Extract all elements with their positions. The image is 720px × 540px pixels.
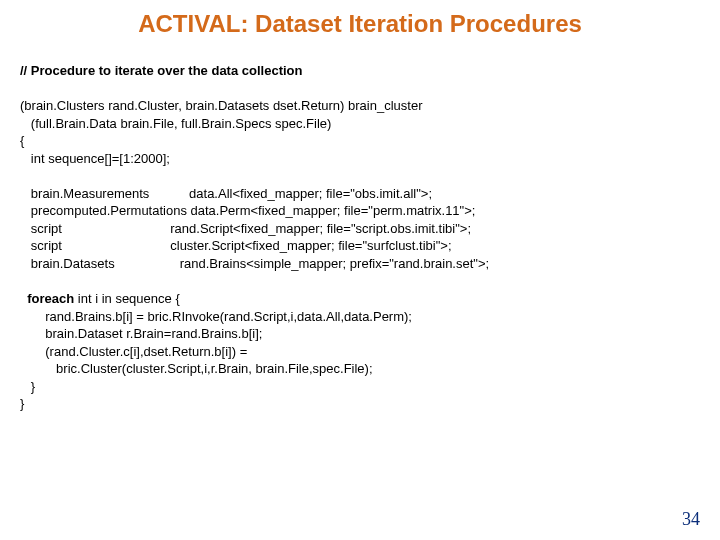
code-line-l3: (rand.Cluster.c[i],dset.Return.b[i]) = bbox=[20, 344, 247, 359]
code-comment: // Procedure to iterate over the data co… bbox=[20, 63, 302, 78]
slide: ACTIVAL: Dataset Iteration Procedures //… bbox=[0, 0, 720, 540]
code-line-l1: rand.Brains.b[i] = bric.RInvoke(rand.Scr… bbox=[20, 309, 412, 324]
code-line-d1: brain.Measurements data.All<fixed_mapper… bbox=[20, 186, 432, 201]
code-foreach-rest: int i in sequence { bbox=[74, 291, 180, 306]
code-line-l4: bric.Cluster(cluster.Script,i,r.Brain, b… bbox=[20, 361, 373, 376]
code-line-d2: precomputed.Permutations data.Perm<fixed… bbox=[20, 203, 475, 218]
code-line-close-outer: } bbox=[20, 396, 24, 411]
code-line-d3: script rand.Script<fixed_mapper; file="s… bbox=[20, 221, 471, 236]
code-line-close-inner: } bbox=[20, 379, 35, 394]
code-line-sig1: (brain.Clusters rand.Cluster, brain.Data… bbox=[20, 98, 422, 113]
code-kw-foreach: foreach bbox=[27, 291, 74, 306]
code-line-d5: brain.Datasets rand.Brains<simple_mapper… bbox=[20, 256, 489, 271]
code-line-sig2: (full.Brain.Data brain.File, full.Brain.… bbox=[20, 116, 331, 131]
code-line-l2: brain.Dataset r.Brain=rand.Brains.b[i]; bbox=[20, 326, 262, 341]
code-block: // Procedure to iterate over the data co… bbox=[20, 62, 700, 413]
code-line-d4: script cluster.Script<fixed_mapper; file… bbox=[20, 238, 452, 253]
code-line-seq: int sequence[]=[1:2000]; bbox=[20, 151, 170, 166]
code-line-open: { bbox=[20, 133, 24, 148]
slide-title: ACTIVAL: Dataset Iteration Procedures bbox=[20, 10, 700, 38]
page-number: 34 bbox=[682, 509, 700, 530]
